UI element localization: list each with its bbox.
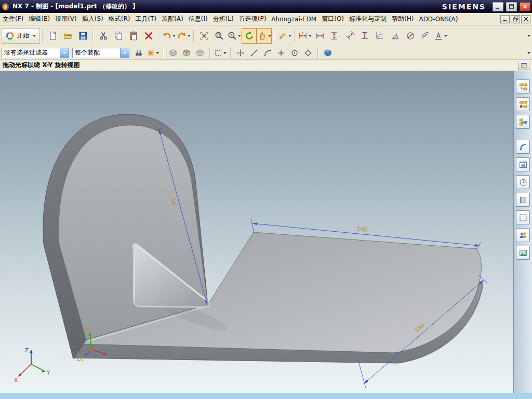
arc-snap-button[interactable] — [261, 47, 274, 59]
chevron-down-icon — [444, 35, 447, 37]
radius-dimension-button[interactable] — [418, 28, 433, 44]
menu-preferences[interactable]: 首选项(P) — [236, 13, 269, 25]
constraint-navigator-button[interactable] — [516, 97, 530, 111]
shaded-view-button[interactable] — [167, 47, 179, 59]
part-navigator-button[interactable] — [516, 115, 530, 129]
materials-button[interactable] — [516, 193, 530, 207]
new-file-button[interactable] — [45, 28, 60, 44]
menu-ahongzai-edm[interactable]: Ahongzai-EDM — [269, 14, 319, 24]
menu-tools[interactable]: 工具(T) — [132, 13, 159, 25]
menu-view[interactable]: 视图(V) — [52, 13, 79, 25]
redo-icon — [177, 31, 187, 41]
diameter-dimension-button[interactable] — [403, 28, 418, 44]
rotate-view-button[interactable] — [242, 28, 257, 44]
menu-edit[interactable]: 编辑(E) — [26, 13, 52, 25]
text-note-button[interactable] — [433, 28, 448, 44]
parallel-dimension-button[interactable] — [342, 28, 357, 44]
menu-information[interactable]: 信息(I) — [186, 13, 210, 25]
rectangle-select-button[interactable] — [214, 47, 227, 59]
menu-addons[interactable]: ADD-ONS(A) — [416, 14, 460, 24]
window-minimize-button[interactable] — [493, 2, 503, 11]
fit-view-button[interactable] — [196, 28, 211, 44]
menu-format: 格式(R) — [106, 13, 133, 25]
materials-icon — [519, 196, 527, 204]
horizontal-dimension-icon — [315, 31, 325, 41]
chevron-down-icon — [63, 52, 66, 54]
zoom-box-button[interactable] — [211, 28, 227, 44]
chamfer-dimension-button[interactable] — [373, 28, 388, 44]
mdi-close-button[interactable] — [521, 15, 530, 23]
selection-filter-combobox[interactable]: 没有选择过滤器 — [2, 48, 69, 58]
face-analysis-button[interactable] — [180, 47, 193, 59]
plus-snap-button[interactable] — [275, 47, 287, 59]
menu-analysis[interactable]: 分析(L) — [210, 13, 236, 25]
menu-insert[interactable]: 插入(S) — [79, 13, 106, 25]
cut-button[interactable] — [96, 28, 111, 44]
menu-assemblies[interactable]: 装配(A) — [159, 13, 186, 25]
open-file-button[interactable] — [60, 28, 75, 44]
new-file-icon — [48, 31, 58, 41]
web-browser-button[interactable] — [516, 157, 530, 171]
horizontal-dimension-button[interactable] — [312, 28, 327, 44]
find-button[interactable] — [132, 47, 145, 59]
save-button[interactable] — [75, 28, 90, 44]
snap-point-button[interactable] — [146, 47, 159, 59]
close-icon — [522, 3, 528, 10]
graphics-window[interactable]: 50 100 150 YC ZC — [0, 71, 513, 393]
scene-gallery-button[interactable] — [516, 246, 530, 260]
scene-icon — [519, 249, 527, 257]
triad-z-label: Z — [25, 348, 29, 353]
diameter-dimension-icon — [406, 31, 415, 41]
toolbar-options-icon[interactable] — [527, 35, 530, 37]
zoom-button[interactable] — [227, 28, 242, 44]
face-cube-icon — [182, 49, 191, 57]
nx-start-icon — [6, 32, 14, 40]
history-button[interactable] — [516, 175, 530, 189]
color-palette-button[interactable] — [516, 210, 530, 224]
angular-dimension-button[interactable] — [388, 28, 403, 44]
internet-explorer-button[interactable] — [516, 140, 530, 154]
toolbar-separator — [209, 47, 210, 59]
combo-dropdown-button[interactable] — [60, 48, 69, 58]
toolbar-options-icon[interactable] — [527, 52, 530, 54]
wireframe-view-button[interactable] — [194, 47, 206, 59]
assembly-cube-button[interactable] — [322, 47, 334, 59]
delete-button[interactable] — [141, 28, 156, 44]
copy-button[interactable] — [111, 28, 126, 44]
window-close-button[interactable] — [520, 2, 530, 11]
menu-help[interactable]: 帮助(H) — [389, 13, 416, 25]
combo-dropdown-button[interactable] — [120, 48, 129, 58]
inferred-dimension-button[interactable] — [297, 28, 312, 44]
scissors-icon — [99, 31, 108, 41]
dialog-rail-button[interactable] — [518, 61, 529, 70]
mdi-restore-button[interactable] — [511, 15, 520, 23]
pan-view-button[interactable] — [257, 28, 272, 44]
line-snap-button[interactable] — [248, 47, 260, 59]
toolbar-separator — [158, 30, 159, 42]
menu-file[interactable]: 文件(F) — [0, 13, 26, 25]
snap-point-icon — [147, 49, 155, 57]
assembly-navigator-button[interactable] — [516, 79, 530, 94]
chevron-down-icon — [33, 35, 36, 37]
start-button[interactable]: 开始 — [2, 28, 40, 44]
roles-button[interactable] — [516, 228, 530, 242]
vertical-dimension-button[interactable] — [327, 28, 342, 44]
circle-snap-button[interactable] — [288, 47, 301, 59]
toolbar-separator — [294, 30, 295, 42]
window-maximize-button[interactable] — [506, 2, 517, 11]
redo-button[interactable] — [176, 28, 191, 44]
cue-bar: 拖动光标以绕 X-Y 旋转视图 — [0, 60, 532, 71]
menu-customization[interactable]: 标准化与定制 — [347, 13, 389, 25]
dimension-text-width[interactable]: 100 — [356, 225, 368, 233]
perpendicular-dimension-button[interactable] — [357, 28, 373, 44]
move-cursor-button[interactable] — [234, 47, 247, 59]
nx-application-window: NX 7 - 制图 - [model1.prt （修改的） ] SIEMENS … — [0, 0, 532, 399]
selection-scope-combobox[interactable]: 整个装配 — [72, 48, 129, 58]
mdi-minimize-button[interactable] — [500, 15, 510, 23]
menu-window[interactable]: 窗口(O) — [319, 13, 347, 25]
chevron-down-icon — [172, 35, 176, 37]
edit-style-button[interactable] — [277, 28, 292, 44]
undo-button[interactable] — [161, 28, 176, 44]
target-snap-button[interactable] — [302, 47, 314, 59]
paste-button[interactable] — [126, 28, 141, 44]
